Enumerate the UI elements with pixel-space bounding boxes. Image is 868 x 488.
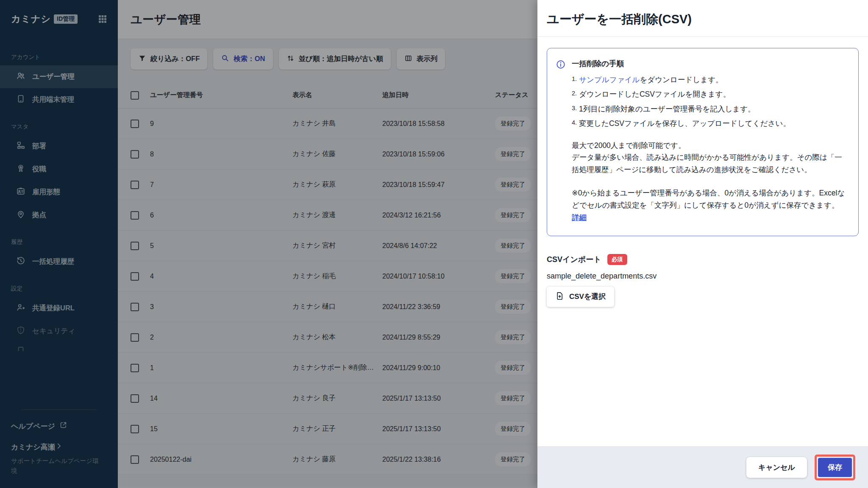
note-line: データ量が多い場合、読み込みに時間がかかる可能性があります。その際は「一括処理履… xyxy=(572,151,848,176)
drawer-footer: キャンセル 保存 xyxy=(537,446,868,488)
note-leading-zero: ※0から始まるユーザー管理番号がある場合、0が消える場合があります。Excelな… xyxy=(572,187,848,224)
save-button[interactable]: 保存 xyxy=(818,458,852,477)
save-button-highlight: 保存 xyxy=(815,455,855,480)
drawer-header: ユーザーを一括削除(CSV) xyxy=(537,0,868,36)
note-text: ※0から始まるユーザー管理番号がある場合、0が消える場合があります。Excelな… xyxy=(572,189,845,209)
step-item: 1列目に削除対象のユーザー管理番号を記入します。 xyxy=(572,104,848,114)
step-item: ダウンロードしたCSVファイルを開きます。 xyxy=(572,89,848,100)
info-icon xyxy=(556,59,566,224)
instructions-steps: サンプルファイルをダウンロードします。 ダウンロードしたCSVファイルを開きます… xyxy=(572,75,848,129)
csv-filename: sample_delete_departments.csv xyxy=(547,272,859,281)
details-link[interactable]: 詳細 xyxy=(572,213,587,222)
csv-select-button[interactable]: CSVを選択 xyxy=(547,287,614,307)
step-text: 変更したCSVファイルを保存し、アップロードしてください。 xyxy=(579,119,790,128)
drawer-body: 一括削除の手順 サンプルファイルをダウンロードします。 ダウンロードしたCSVフ… xyxy=(537,37,868,446)
instructions-heading: 一括削除の手順 xyxy=(572,59,848,69)
drawer-title: ユーザーを一括削除(CSV) xyxy=(547,11,859,28)
cancel-button[interactable]: キャンセル xyxy=(746,457,807,478)
sample-file-link[interactable]: サンプルファイル xyxy=(579,75,640,84)
note-capacity: 最大で2000人まで削除可能です。 データ量が多い場合、読み込みに時間がかかる可… xyxy=(572,139,848,176)
app-window: カミナシ ID管理 アカウント ユーザー管理 xyxy=(0,0,868,488)
file-upload-icon xyxy=(555,291,564,302)
csv-import-row: CSVインポート 必須 xyxy=(547,254,859,265)
note-line: 最大で2000人まで削除可能です。 xyxy=(572,139,848,152)
step-text: をダウンロードします。 xyxy=(640,75,723,84)
instructions-box: 一括削除の手順 サンプルファイルをダウンロードします。 ダウンロードしたCSVフ… xyxy=(547,48,859,236)
step-text: 1列目に削除対象のユーザー管理番号を記入します。 xyxy=(579,105,755,113)
step-item: 変更したCSVファイルを保存し、アップロードしてください。 xyxy=(572,118,848,129)
required-badge: 必須 xyxy=(607,254,627,265)
bulk-delete-drawer: ユーザーを一括削除(CSV) 一括削除の手順 サンプルファイルをダウンロードしま… xyxy=(537,0,868,488)
csv-import-label: CSVインポート xyxy=(547,254,601,265)
step-text: ダウンロードしたCSVファイルを開きます。 xyxy=(579,90,730,98)
modal-backdrop[interactable] xyxy=(0,0,537,488)
csv-select-label: CSVを選択 xyxy=(569,292,606,301)
step-item: サンプルファイルをダウンロードします。 xyxy=(572,75,848,85)
